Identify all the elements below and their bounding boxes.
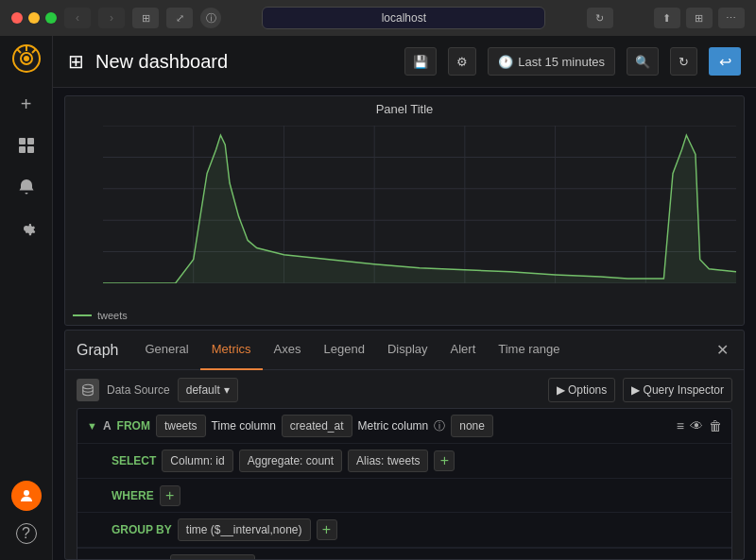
tab-time-range[interactable]: Time range (487, 331, 571, 370)
select-alias[interactable]: Alias: tweets (348, 450, 428, 472)
graph-panel-title: Graph (77, 342, 118, 359)
back-button[interactable]: ‹ (64, 8, 91, 28)
os-window-controls (11, 12, 57, 24)
share-button[interactable]: ⬆ (654, 8, 680, 28)
close-dot[interactable] (11, 12, 23, 24)
action-eye-button[interactable]: 👁 (690, 418, 703, 433)
select-aggregate[interactable]: Aggregate: count (239, 450, 342, 472)
groupby-add-button[interactable]: + (317, 519, 337, 540)
more-button[interactable]: ⋯ (718, 8, 745, 28)
groupby-row: GROUP BY time ($__interval,none) + (77, 513, 731, 548)
sidebar-item-settings[interactable] (8, 210, 45, 247)
legend-line (73, 314, 92, 316)
sidebar: + ? (0, 36, 53, 560)
tab-legend[interactable]: Legend (313, 331, 376, 370)
options-button[interactable]: ▶ Options (548, 378, 616, 402)
tab-general[interactable]: General (133, 331, 199, 370)
settings-button[interactable]: ⚙ (448, 47, 476, 76)
address-bar[interactable]: localhost (262, 7, 545, 29)
legend-label: tweets (97, 310, 128, 321)
action-delete-button[interactable]: 🗑 (709, 418, 722, 433)
select-add-button[interactable]: + (434, 450, 455, 471)
close-panel-button[interactable]: ✕ (713, 337, 732, 363)
datasource-icon (77, 379, 99, 401)
grid-view-button[interactable]: ⊞ (132, 8, 159, 28)
svg-rect-9 (27, 146, 34, 153)
panel-container: Panel Title (64, 95, 745, 326)
query-builder: ▼ A FROM tweets Time column created_at M… (77, 408, 732, 560)
back-button[interactable]: ↩ (709, 47, 741, 76)
where-keyword: WHERE (112, 489, 154, 502)
time-column-value[interactable]: created_at (282, 415, 352, 437)
tab-metrics[interactable]: Metrics (200, 331, 263, 370)
svg-point-36 (83, 384, 94, 388)
tab-alert[interactable]: Alert (439, 331, 488, 370)
sidebar-item-help[interactable]: ? (8, 515, 45, 552)
svg-rect-8 (19, 146, 26, 153)
from-keyword: FROM (117, 419, 150, 433)
topbar: ⊞ New dashboard 💾 ⚙ 🕐 Last 15 minutes 🔍 … (53, 36, 756, 88)
format-row: Format as Time series ▾ Edit SQL Show He… (77, 548, 731, 560)
clock-icon: 🕐 (498, 55, 513, 69)
metric-info-icon[interactable]: ⓘ (434, 418, 445, 434)
sidebar-item-add[interactable]: + (8, 85, 45, 123)
datasource-row: Data Source default ▾ ▶ Options ▶ Query … (77, 378, 732, 402)
panel-title: Panel Title (65, 96, 744, 122)
metric-column-value[interactable]: none (451, 415, 493, 437)
where-add-button[interactable]: + (160, 485, 180, 506)
dashboard-grid-icon: ⊞ (68, 50, 84, 73)
svg-point-10 (24, 490, 29, 496)
action-menu-button[interactable]: ≡ (677, 418, 684, 433)
chart-svg: 125 100 75 50 25 0 16:14 16:16 16:18 16:… (103, 126, 736, 283)
from-value[interactable]: tweets (156, 415, 206, 437)
graph-panel: Graph General Metrics Axes Legend Displa… (64, 330, 745, 560)
tab-display[interactable]: Display (376, 331, 439, 370)
toggle-button[interactable]: ▼ (87, 420, 97, 432)
reload-button[interactable]: ↻ (587, 8, 613, 28)
query-editor: Data Source default ▾ ▶ Options ▶ Query … (65, 370, 744, 560)
svg-point-5 (24, 56, 29, 61)
expand-button[interactable]: ⤢ (166, 8, 193, 28)
query-inspector-button[interactable]: ▶ Query Inspector (623, 378, 732, 402)
grafana-logo[interactable] (11, 43, 42, 74)
info-button[interactable]: ⓘ (200, 8, 221, 28)
tab-axes[interactable]: Axes (263, 331, 313, 370)
from-row: ▼ A FROM tweets Time column created_at M… (77, 409, 731, 444)
refresh-button[interactable]: ↻ (670, 47, 697, 76)
minimize-dot[interactable] (28, 12, 40, 24)
search-button[interactable]: 🔍 (627, 47, 659, 76)
where-row: WHERE + (77, 479, 731, 513)
select-keyword: SELECT (112, 454, 156, 467)
panel-area: Panel Title (53, 88, 756, 326)
format-select[interactable]: Time series ▾ (170, 554, 255, 560)
select-row: SELECT Column: id Aggregate: count Alias… (77, 444, 731, 479)
forward-button[interactable]: › (98, 8, 125, 28)
user-avatar[interactable] (11, 481, 42, 511)
datasource-select[interactable]: default ▾ (178, 378, 238, 402)
groupby-keyword: GROUP BY (112, 523, 172, 536)
svg-rect-7 (27, 138, 34, 144)
graph-tabs: Graph General Metrics Axes Legend Displa… (65, 331, 744, 370)
time-range-button[interactable]: 🕐 Last 15 minutes (488, 47, 615, 76)
metric-column-label: Metric column (358, 419, 429, 433)
sidebar-item-dashboards[interactable] (8, 127, 45, 164)
groupby-value[interactable]: time ($__interval,none) (178, 518, 311, 541)
save-button[interactable]: 💾 (404, 47, 437, 76)
chart-area: 125 100 75 50 25 0 16:14 16:16 16:18 16:… (65, 122, 744, 306)
select-column[interactable]: Column: id (162, 450, 232, 472)
time-column-label: Time column (212, 419, 276, 433)
query-letter: A (103, 419, 112, 433)
fullscreen-dot[interactable] (45, 12, 57, 24)
os-bar: ‹ › ⊞ ⤢ ⓘ localhost ↻ ⬆ ⊞ ⋯ (0, 0, 756, 36)
chart-legend: tweets (65, 306, 744, 325)
svg-rect-6 (19, 138, 26, 144)
sidebar-item-alerts[interactable] (8, 168, 45, 206)
tab-button[interactable]: ⊞ (686, 8, 713, 28)
page-title: New dashboard (95, 51, 228, 73)
datasource-label: Data Source (107, 383, 170, 397)
